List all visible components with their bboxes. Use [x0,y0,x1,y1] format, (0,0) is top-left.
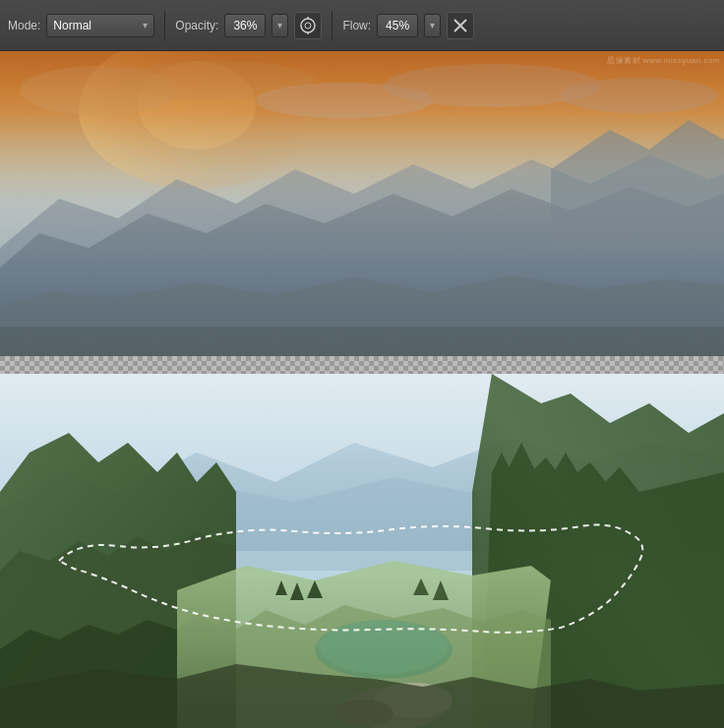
checker-svg [0,356,724,374]
opacity-control[interactable]: 36% [224,14,266,37]
erase-btn[interactable] [447,12,474,39]
flow-value: 45% [386,19,409,32]
opacity-dropdown-btn[interactable]: ▾ [272,14,288,37]
brush-options-btn[interactable] [294,12,322,39]
separator-1 [164,11,165,40]
flow-dropdown-icon: ▾ [430,20,435,30]
flow-control[interactable]: 45% [377,14,418,37]
mode-arrow-icon: ▾ [143,20,148,30]
opacity-label: Opacity: [175,19,218,32]
mode-label: Mode: [8,19,40,32]
mode-select[interactable]: Normal ▾ [46,14,154,37]
opacity-dropdown-icon: ▾ [277,20,282,30]
opacity-value: 36% [233,19,257,32]
top-landscape-image [0,51,724,356]
erase-icon [452,18,468,33]
svg-point-0 [301,19,315,32]
toolbar: Mode: Normal ▾ Opacity: 36% ▾ Flow: 45% … [0,0,724,51]
transparency-strip [0,356,724,374]
mode-value: Normal [53,19,91,32]
bottom-landscape-image [0,374,724,728]
svg-point-1 [305,23,311,29]
flow-label: Flow: [342,19,371,32]
separator-2 [332,11,332,40]
canvas-area: 思缘素材 www.missyuan.com [0,51,724,728]
flow-dropdown-btn[interactable]: ▾ [424,14,441,37]
svg-rect-21 [0,356,724,374]
brush-icon [299,17,317,34]
